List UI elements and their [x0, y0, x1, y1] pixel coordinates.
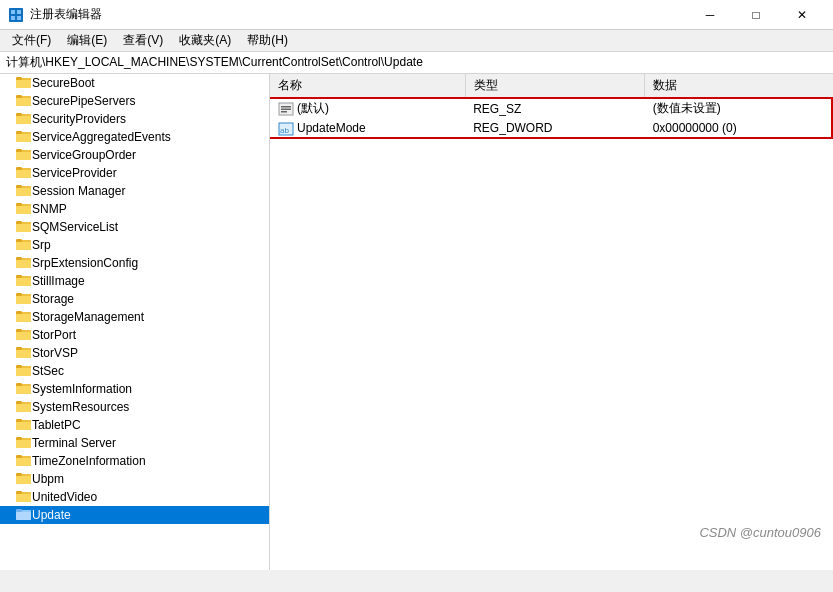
- tree-item[interactable]: SQMServiceList: [0, 218, 269, 236]
- tree-item[interactable]: StSec: [0, 362, 269, 380]
- tree-item[interactable]: ServiceAggregatedEvents: [0, 128, 269, 146]
- reg-data-cell: (数值未设置): [645, 98, 833, 120]
- address-path: 计算机\HKEY_LOCAL_MACHINE\SYSTEM\CurrentCon…: [6, 54, 423, 71]
- svg-rect-81: [281, 106, 291, 108]
- svg-rect-45: [16, 314, 31, 322]
- svg-rect-2: [17, 10, 21, 14]
- tree-item-label: Srp: [32, 238, 51, 252]
- svg-rect-13: [16, 113, 22, 116]
- svg-rect-73: [16, 473, 22, 476]
- folder-icon: [16, 93, 32, 110]
- svg-rect-70: [16, 455, 22, 458]
- tree-item[interactable]: ServiceGroupOrder: [0, 146, 269, 164]
- tree-item-label: ServiceProvider: [32, 166, 117, 180]
- tree-item[interactable]: SrpExtensionConfig: [0, 254, 269, 272]
- tree-item[interactable]: Terminal Server: [0, 434, 269, 452]
- tree-item[interactable]: Update: [0, 506, 269, 524]
- table-row[interactable]: abUpdateModeREG_DWORD0x00000000 (0): [270, 119, 833, 138]
- table-header[interactable]: 类型: [465, 74, 644, 98]
- folder-icon: [16, 237, 32, 254]
- menu-item[interactable]: 文件(F): [4, 30, 59, 51]
- tree-item[interactable]: TabletPC: [0, 416, 269, 434]
- table-header[interactable]: 名称: [270, 74, 465, 98]
- tree-item[interactable]: SNMP: [0, 200, 269, 218]
- registry-table: 名称类型数据 (默认)REG_SZ(数值未设置)abUpdateModeREG_…: [270, 74, 833, 138]
- tree-item-label: SrpExtensionConfig: [32, 256, 138, 270]
- svg-rect-30: [16, 224, 31, 232]
- tree-item[interactable]: StorVSP: [0, 344, 269, 362]
- svg-rect-36: [16, 260, 31, 268]
- tree-item[interactable]: Srp: [0, 236, 269, 254]
- svg-rect-75: [16, 494, 31, 502]
- menu-item[interactable]: 帮助(H): [239, 30, 296, 51]
- svg-rect-64: [16, 419, 22, 422]
- svg-rect-57: [16, 386, 31, 394]
- tree-item[interactable]: SystemInformation: [0, 380, 269, 398]
- svg-rect-9: [16, 98, 31, 106]
- svg-rect-6: [16, 80, 31, 88]
- minimize-button[interactable]: ─: [687, 0, 733, 30]
- svg-rect-67: [16, 437, 22, 440]
- svg-rect-12: [16, 116, 31, 124]
- svg-rect-52: [16, 347, 22, 350]
- svg-rect-78: [16, 512, 31, 520]
- tree-item-label: Session Manager: [32, 184, 125, 198]
- folder-icon: [16, 255, 32, 272]
- menu-item[interactable]: 收藏夹(A): [171, 30, 239, 51]
- svg-rect-55: [16, 365, 22, 368]
- tree-item[interactable]: SecurityProviders: [0, 110, 269, 128]
- menu-item[interactable]: 编辑(E): [59, 30, 115, 51]
- tree-item-label: ServiceGroupOrder: [32, 148, 136, 162]
- tree-item[interactable]: ServiceProvider: [0, 164, 269, 182]
- svg-rect-39: [16, 278, 31, 286]
- tree-item[interactable]: StorPort: [0, 326, 269, 344]
- tree-item[interactable]: Ubpm: [0, 470, 269, 488]
- folder-icon: [16, 489, 32, 506]
- svg-rect-10: [16, 95, 22, 98]
- tree-panel[interactable]: SecureBoot SecurePipeServers SecurityPro…: [0, 74, 270, 570]
- tree-item[interactable]: UnitedVideo: [0, 488, 269, 506]
- svg-rect-40: [16, 275, 22, 278]
- folder-icon: [16, 327, 32, 344]
- menu-item[interactable]: 查看(V): [115, 30, 171, 51]
- tree-item-label: SNMP: [32, 202, 67, 216]
- tree-item-label: Update: [32, 508, 71, 522]
- folder-icon: [16, 345, 32, 362]
- svg-rect-3: [11, 16, 15, 20]
- svg-rect-43: [16, 293, 22, 296]
- table-header[interactable]: 数据: [645, 74, 833, 98]
- svg-rect-37: [16, 257, 22, 260]
- svg-rect-79: [16, 509, 22, 512]
- tree-item[interactable]: StillImage: [0, 272, 269, 290]
- svg-rect-31: [16, 221, 22, 224]
- folder-icon: [16, 147, 32, 164]
- svg-rect-4: [17, 16, 21, 20]
- svg-rect-21: [16, 170, 31, 178]
- folder-icon: [16, 417, 32, 434]
- folder-icon: [16, 111, 32, 128]
- svg-rect-28: [16, 203, 22, 206]
- tree-item[interactable]: SecurePipeServers: [0, 92, 269, 110]
- svg-rect-54: [16, 368, 31, 376]
- tree-item[interactable]: SystemResources: [0, 398, 269, 416]
- svg-rect-1: [11, 10, 15, 14]
- svg-text:ab: ab: [280, 126, 289, 135]
- svg-rect-58: [16, 383, 22, 386]
- maximize-button[interactable]: □: [733, 0, 779, 30]
- address-bar: 计算机\HKEY_LOCAL_MACHINE\SYSTEM\CurrentCon…: [0, 52, 833, 74]
- table-row[interactable]: (默认)REG_SZ(数值未设置): [270, 98, 833, 120]
- svg-rect-83: [281, 111, 287, 113]
- tree-item[interactable]: Session Manager: [0, 182, 269, 200]
- tree-item[interactable]: SecureBoot: [0, 74, 269, 92]
- app-icon: [8, 7, 24, 23]
- svg-rect-27: [16, 206, 31, 214]
- app-title: 注册表编辑器: [30, 6, 102, 23]
- folder-icon: [16, 435, 32, 452]
- tree-item[interactable]: TimeZoneInformation: [0, 452, 269, 470]
- tree-item[interactable]: StorageManagement: [0, 308, 269, 326]
- folder-icon: [16, 129, 32, 146]
- reg-name-cell: abUpdateMode: [270, 119, 465, 138]
- tree-item[interactable]: Storage: [0, 290, 269, 308]
- close-button[interactable]: ✕: [779, 0, 825, 30]
- tree-item-label: StSec: [32, 364, 64, 378]
